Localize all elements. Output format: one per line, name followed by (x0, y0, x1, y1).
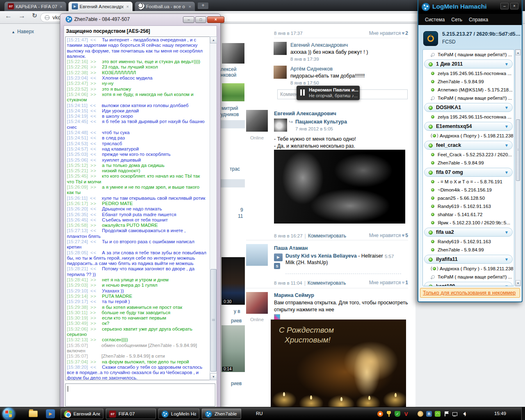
explorer-icon[interactable] (29, 411, 38, 417)
power-button[interactable] (423, 31, 438, 46)
chat-message-input[interactable] (65, 383, 215, 406)
network-group[interactable]: kent190▼ (423, 281, 514, 286)
chevron-down-icon[interactable]: ▼ (504, 124, 509, 129)
avatar[interactable] (246, 244, 268, 266)
network-member[interactable]: Feel_Crack - 5.52.253.223 / 2620... (423, 151, 514, 159)
identity-name[interactable]: FCSD (442, 39, 456, 45)
network-member[interactable]: Атлетико (M@KS1M) - 5.175.218... (423, 86, 514, 94)
scrollbar-thumb[interactable] (210, 269, 217, 372)
link-fragment[interactable]: риев (231, 318, 242, 324)
chevron-down-icon[interactable]: ▼ (504, 230, 509, 235)
close-button[interactable]: × (207, 16, 224, 23)
chevron-down-icon[interactable]: ▼ (504, 143, 509, 148)
taskbar-button-1[interactable]: Евгений Але... (61, 409, 103, 419)
scroll-up-icon[interactable]: ▲ (516, 50, 520, 55)
network-member[interactable]: pacan25 - 5.66.128.50 (423, 194, 514, 203)
network-member[interactable]: ()Андрюха ( Порту ) - 5.198.211.238 (423, 265, 514, 273)
audio-play-button[interactable]: ▶ (274, 253, 283, 261)
link-fragment[interactable]: риев (231, 381, 242, 386)
close-button[interactable]: × (510, 3, 518, 9)
network-list[interactable]: ТюРаМ ( пацани ваще ребята!!) ...1 Див 2… (422, 49, 514, 286)
nvidia-icon[interactable] (435, 411, 441, 417)
key-icon[interactable] (386, 411, 392, 417)
network-group[interactable]: fifa ua2▼ (423, 227, 514, 238)
browser-tab-2[interactable]: Евгений Александрович× (68, 1, 133, 11)
chat-scrollbar[interactable]: ▲ ▼ (210, 37, 217, 380)
post-author-link[interactable]: Марина Сеймур (274, 292, 314, 298)
audio-progress-line[interactable] (285, 274, 401, 274)
network-member[interactable]: Randy619 - 5.162.91.163 (423, 238, 514, 246)
photo-thumbnail[interactable] (222, 43, 244, 64)
refresh-icon[interactable]: ↻ (32, 12, 37, 19)
friend-name-fragment[interactable]: удников (221, 112, 239, 117)
chevron-down-icon[interactable]: ▼ (504, 284, 509, 286)
volume-icon[interactable] (461, 411, 466, 417)
music-player-popup[interactable]: Наркоман Павлик и... Не огорчай, братиш … (297, 86, 360, 100)
post-photo[interactable] (274, 150, 405, 224)
download-manager-icon[interactable] (377, 411, 383, 417)
friend-name-fragment[interactable]: митрий (221, 105, 238, 111)
network-group[interactable]: DOSHKA1▼ (423, 103, 514, 113)
video-thumbnail[interactable]: 0:14 (221, 325, 245, 372)
maximize-button[interactable]: □ (195, 16, 206, 23)
language-indicator[interactable]: RU (256, 411, 263, 416)
taskbar-button-3[interactable]: LogMeIn Ha... (158, 409, 199, 419)
christmas-card-image[interactable]: С РождествомХристовым! (271, 320, 406, 407)
likes[interactable]: Мне нравится♥1 (359, 280, 408, 285)
network-member[interactable]: ТюРаМ ( пацани ваще ребята!!) ... (423, 273, 514, 281)
network-member[interactable]: shahtar - 5.141.61.72 (423, 211, 514, 219)
vipnet-icon[interactable]: V (403, 411, 409, 417)
network-icon[interactable] (452, 411, 458, 417)
link-fragment[interactable]: у в (234, 308, 240, 314)
comment-link[interactable]: Комментировать (308, 280, 346, 286)
network-member[interactable]: Ярик - 5.162.23.100 / 2620:9b::5... (423, 219, 514, 227)
tab-close-icon[interactable]: × (59, 4, 64, 9)
network-member[interactable]: Zhen7able - 5.9.84.99 (423, 246, 514, 254)
back-icon[interactable]: ← (5, 12, 12, 20)
network-group[interactable]: feel_crack▼ (423, 140, 514, 151)
network-member[interactable]: zelya 195.245.96.115-постоянка ... (423, 113, 514, 121)
link-fragment[interactable]: 9 (240, 207, 243, 213)
post-author-link[interactable]: Паша Атаман (274, 245, 308, 251)
chat-log[interactable]: [15:21:47]<<Ты интернет - пиздаболка оче… (65, 37, 215, 380)
show-desktop-button[interactable] (521, 407, 525, 420)
post-date[interactable]: 8 янв в 16:27 (274, 233, 303, 238)
forward-icon[interactable]: → (18, 12, 25, 20)
chevron-down-icon[interactable]: ▼ (504, 62, 509, 66)
back-to-top-link[interactable]: ▲Наверх (11, 29, 34, 34)
chevron-down-icon[interactable]: ▼ (504, 105, 509, 110)
friend-name-fragment[interactable]: нковой (221, 72, 236, 78)
minimize-button[interactable]: – (183, 16, 194, 23)
webcam-icon[interactable] (418, 411, 423, 417)
network-member[interactable]: - = М о Х и Т о = - - 5.8.76.191 (423, 178, 514, 186)
video-thumbnail[interactable]: 0:30 (221, 257, 245, 305)
repost-source-link[interactable]: Пацанская Культура (295, 119, 347, 125)
hamachi-scrollbar[interactable]: ▲ ▼ (515, 49, 521, 286)
tab-close-icon[interactable]: × (125, 4, 130, 9)
comment-author-link[interactable]: Артём Сидненков (290, 66, 333, 72)
post-author-link[interactable]: Евгений Александрович (274, 111, 336, 116)
avatar[interactable] (246, 292, 268, 314)
network-group[interactable]: fifa 07 omg▼ (423, 167, 514, 178)
browser-tab-1[interactable]: 07КАРЬЕРА - FIFA 07× (4, 1, 66, 11)
license-banner-link[interactable]: Только для использования в некоммер (420, 288, 520, 298)
action-center-flag-icon[interactable] (443, 411, 449, 417)
comment-link[interactable]: Комментировать (308, 233, 346, 239)
antivirus-shield-icon[interactable]: ✓ (395, 411, 400, 417)
network-group[interactable]: E1ementsxq54▼ (423, 121, 514, 132)
scrollbar-thumb[interactable] (516, 119, 520, 181)
chevron-down-icon[interactable]: ▼ (504, 257, 509, 262)
network-member[interactable]: ТюРаМ ( пацани ваще ребята!!) ... (423, 94, 514, 103)
repost-avatar[interactable] (274, 119, 287, 132)
comment-author-link[interactable]: Евгений Александрович (290, 42, 348, 48)
network-group[interactable]: ilyafifa11▼ (423, 254, 514, 265)
network-member[interactable]: Zhen7able - 5.9.84.99 (423, 78, 514, 86)
likes[interactable]: Мне нравится♥2 (359, 30, 408, 36)
chevron-down-icon[interactable]: ▼ (504, 170, 509, 175)
link-fragment[interactable]: трас (230, 166, 240, 172)
scroll-down-icon[interactable]: ▼ (516, 280, 520, 286)
new-tab-button[interactable]: + (198, 2, 208, 9)
media-player-icon[interactable] (46, 409, 55, 418)
menu-help[interactable]: Справка (469, 17, 488, 23)
network-member[interactable]: ТюРаМ ( пацани ваще ребята!!) ... (423, 51, 514, 59)
